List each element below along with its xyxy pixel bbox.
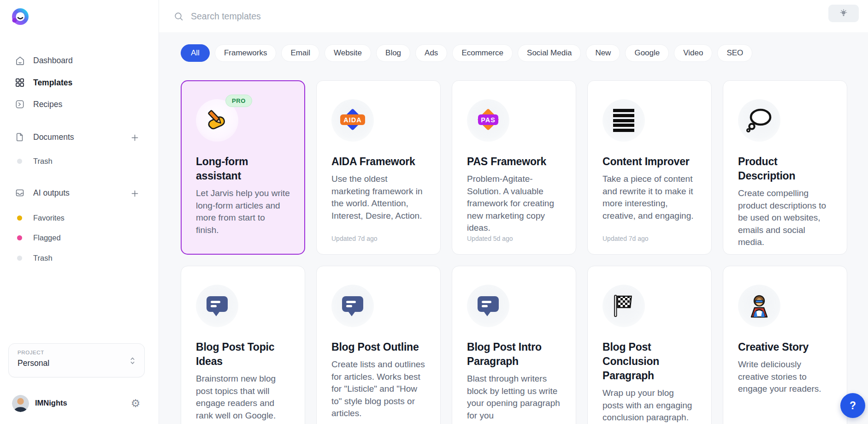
sidebar-item-label: Dashboard	[33, 56, 73, 66]
templates-content: All Frameworks Email Website Blog Ads Ec…	[159, 32, 868, 424]
thought-bubble-icon	[746, 108, 773, 133]
icon-bubble	[196, 285, 238, 327]
template-card-pas-framework[interactable]: PAS PAS Framework Problem-Agitate-Soluti…	[452, 80, 576, 255]
card-title: Product Description	[738, 155, 832, 183]
sidebar-item-label: Recipes	[33, 100, 62, 109]
filter-pill-ecommerce[interactable]: Ecommerce	[452, 44, 513, 62]
icon-bubble	[467, 285, 509, 327]
template-card-aida-framework[interactable]: AIDA AIDA Framework Use the oldest marke…	[316, 80, 441, 255]
user-account-row: IMNights ⚙	[0, 394, 159, 414]
template-card-product-description[interactable]: Product Description Create compelling pr…	[723, 80, 847, 255]
filter-pill-email[interactable]: Email	[281, 44, 319, 62]
card-updated-label: Updated 7d ago	[602, 235, 649, 242]
filter-pill-new[interactable]: New	[586, 44, 620, 62]
sidebar-item-ai-trash[interactable]: Trash	[0, 251, 159, 265]
template-card-blog-post-topic-ideas[interactable]: Blog Post Topic Ideas Brainstorm new blo…	[181, 266, 305, 424]
template-card-long-form-assistant[interactable]: PRO Long-form assistant Let Jarvis help …	[181, 80, 305, 255]
sidebar-item-flagged[interactable]: Flagged	[0, 231, 159, 245]
recipe-icon	[14, 98, 26, 110]
sidebar-item-label: Templates	[33, 78, 72, 88]
project-selector[interactable]: PROJECT Personal	[8, 343, 145, 377]
sidebar-item-label: Flagged	[33, 233, 61, 242]
whats-new-button[interactable]	[828, 5, 859, 22]
sidebar-section-label: Documents	[33, 132, 74, 142]
template-card-blog-post-intro-paragraph[interactable]: Blog Post Intro Paragraph Blast through …	[452, 266, 576, 424]
text-lines-icon	[613, 109, 634, 132]
icon-bubble	[602, 99, 645, 142]
filter-pill-website[interactable]: Website	[325, 44, 371, 62]
jasper-logo-icon[interactable]	[10, 7, 30, 27]
aida-diamond-icon: AIDA	[337, 107, 368, 134]
sidebar-item-recipes[interactable]: Recipes	[0, 97, 159, 111]
gear-icon[interactable]: ⚙	[129, 397, 142, 410]
add-document-button[interactable]	[129, 131, 141, 143]
card-description: Take a piece of content and rewrite it t…	[602, 173, 697, 222]
sidebar-item-favorites[interactable]: Favorites	[0, 211, 159, 225]
template-card-blog-post-conclusion-paragraph[interactable]: Blog Post Conclusion Paragraph Wrap up y…	[587, 266, 712, 424]
template-grid: PRO Long-form assistant Let Jarvis help …	[181, 80, 868, 424]
comment-bubble-icon	[477, 295, 500, 317]
card-description: Create compelling product descriptions t…	[738, 187, 832, 249]
card-updated-label: Updated 7d ago	[331, 235, 378, 242]
svg-text:PAS: PAS	[481, 116, 496, 124]
inbox-icon	[14, 187, 26, 199]
sidebar-item-label: Trash	[33, 157, 53, 166]
sidebar-section-documents[interactable]: Documents	[0, 130, 159, 144]
card-description: Problem-Agitate-Solution. A valuable fra…	[467, 173, 561, 234]
icon-bubble: AIDA	[331, 99, 374, 142]
lightbulb-icon	[838, 8, 849, 18]
template-card-blog-post-outline[interactable]: Blog Post Outline Create lists and outli…	[316, 266, 441, 424]
grid-icon	[14, 77, 26, 89]
search-input[interactable]	[190, 11, 514, 22]
project-value: Personal	[18, 358, 49, 368]
filter-pills: All Frameworks Email Website Blog Ads Ec…	[181, 44, 868, 62]
trash-dot-icon	[17, 159, 22, 164]
sidebar-section-ai-outputs[interactable]: AI outputs	[0, 186, 159, 200]
search-bar	[173, 11, 868, 22]
card-title: Long-form assistant	[196, 155, 290, 183]
comment-bubble-icon	[341, 295, 364, 317]
filter-pill-video[interactable]: Video	[674, 44, 712, 62]
flagged-dot-icon	[17, 235, 22, 240]
sidebar: Dashboard Templates Recipes Documents	[0, 0, 159, 424]
card-description: Let Jarvis help you write long-form arti…	[196, 187, 290, 236]
card-description: Brainstorm new blog post topics that wil…	[196, 373, 290, 422]
card-title: AIDA Framework	[331, 155, 425, 169]
card-title: Blog Post Outline	[331, 340, 425, 354]
sidebar-item-dashboard[interactable]: Dashboard	[0, 54, 159, 67]
icon-bubble	[331, 285, 374, 327]
home-icon	[14, 54, 26, 66]
filter-pill-ads[interactable]: Ads	[415, 44, 447, 62]
icon-bubble	[738, 99, 780, 142]
icon-bubble: PAS	[467, 99, 509, 142]
sidebar-item-templates[interactable]: Templates	[0, 76, 159, 90]
card-title: Blog Post Conclusion Paragraph	[602, 340, 697, 383]
comment-bubble-icon	[206, 295, 229, 317]
username[interactable]: IMNights	[35, 399, 67, 407]
filter-pill-frameworks[interactable]: Frameworks	[215, 44, 277, 62]
icon-bubble	[602, 285, 645, 327]
pas-diamond-icon: PAS	[472, 107, 504, 134]
pro-badge: PRO	[225, 95, 252, 107]
filter-pill-social-media[interactable]: Social Media	[518, 44, 581, 62]
superhero-icon	[747, 294, 771, 318]
filter-pill-seo[interactable]: SEO	[717, 44, 752, 62]
filter-pill-all[interactable]: All	[181, 44, 210, 62]
filter-pill-blog[interactable]: Blog	[376, 44, 410, 62]
sidebar-item-documents-trash[interactable]: Trash	[0, 154, 159, 168]
chevron-up-down-icon	[128, 356, 137, 368]
avatar[interactable]	[12, 395, 29, 412]
document-icon	[14, 131, 26, 143]
card-title: Content Improver	[602, 155, 697, 169]
filter-pill-google[interactable]: Google	[625, 44, 669, 62]
help-button[interactable]: ?	[840, 393, 865, 418]
card-description: Blast through writers block by letting u…	[467, 373, 561, 422]
project-heading: PROJECT	[18, 350, 44, 355]
template-card-content-improver[interactable]: Content Improver Take a piece of content…	[587, 80, 712, 255]
card-description: Write deliciously creative stories to en…	[738, 358, 832, 395]
svg-text:AIDA: AIDA	[343, 116, 361, 124]
template-card-creative-story[interactable]: Creative Story Write deliciously creativ…	[723, 266, 847, 424]
add-ai-output-button[interactable]	[129, 187, 141, 199]
card-title: Creative Story	[738, 340, 832, 354]
sidebar-section-label: AI outputs	[33, 188, 70, 198]
